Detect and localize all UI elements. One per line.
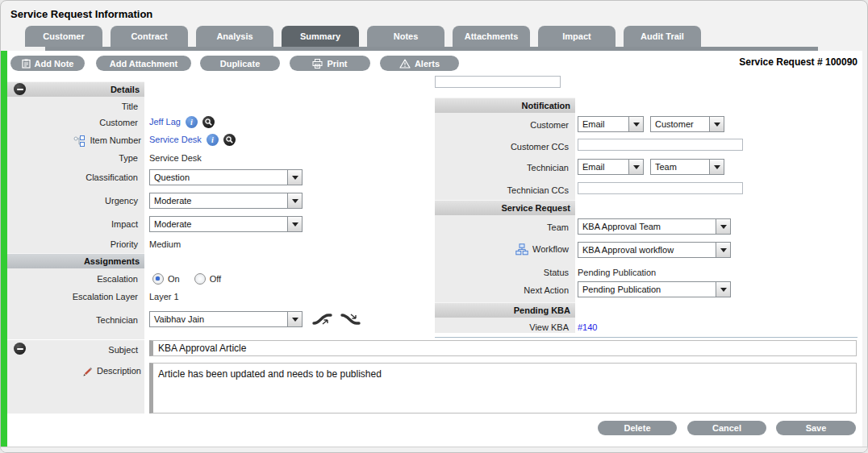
service-request-window: Service Request Information Customer Con… [0,0,868,453]
team-value: KBA Approval Team [578,219,716,234]
technician-method-value: Email [578,160,628,174]
accent-green-bar [1,51,7,447]
urgency-select[interactable]: Moderate [149,193,303,209]
customer-ccs-input[interactable] [578,139,743,151]
dropdown-arrow-icon [709,160,724,174]
alerts-button[interactable]: Alerts [380,56,459,71]
magnifier-glyph [204,118,213,127]
workflow-value: KBA Approval workflow [578,243,716,257]
technician-ccs-label: Technician CCs [435,185,572,197]
tab-label: Summary [300,31,340,41]
classification-label: Classification [7,172,141,184]
view-kba-link[interactable]: #140 [578,322,597,334]
item-number-link[interactable]: Service Desk [149,134,202,146]
view-kba-label: View KBA [435,322,572,334]
item-info-icon[interactable]: i [207,134,219,146]
description-label: Description [97,365,141,377]
customer-method-select[interactable]: Email [578,116,644,132]
workflow-select[interactable]: KBA Approval workflow [578,242,731,258]
alerts-label: Alerts [415,59,440,69]
tab-customer[interactable]: Customer [25,26,102,47]
priority-value: Medium [149,239,181,251]
magnifier-glyph [225,135,234,144]
tab-contract[interactable]: Contract [111,26,188,47]
workflow-label: Workflow [532,243,572,256]
delete-button[interactable]: Delete [598,421,677,435]
urgency-label: Urgency [7,195,141,207]
technician-recipient-select[interactable]: Team [650,159,724,175]
alert-triangle-icon [399,59,411,69]
note-icon [22,59,31,69]
title-label: Title [7,101,141,113]
save-button[interactable]: Save [776,421,856,435]
customer-search-icon[interactable] [202,116,215,128]
dropdown-arrow-icon [716,282,730,297]
next-action-label: Next Action [435,285,572,297]
description-textarea[interactable]: Article has been updated and needs to be… [149,363,857,414]
technician-recipient-value: Team [651,160,709,174]
notification-section-header: Notification [435,98,575,113]
dropdown-arrow-icon [709,117,724,131]
classification-select[interactable]: Question [149,169,303,185]
customer-info-icon[interactable]: i [186,116,198,128]
customer-recipient-value: Customer [651,117,709,131]
print-button[interactable]: Print [290,56,370,71]
workflow-icon [515,243,528,256]
details-collapse-icon[interactable] [14,83,26,95]
customer-recipient-select[interactable]: Customer [650,116,724,132]
subject-input[interactable] [149,340,857,356]
escalation-off-label: Off [210,274,221,284]
impact-value: Moderate [150,217,287,231]
unlabeled-text-input[interactable] [435,76,561,88]
dropdown-arrow-icon [287,312,302,326]
escalation-layer-value: Layer 1 [149,291,179,303]
duplicate-label: Duplicate [220,59,261,69]
item-search-icon[interactable] [223,134,236,146]
tab-analysis[interactable]: Analysis [196,26,273,47]
item-number-label: Item Number [90,135,141,147]
add-note-button[interactable]: Add Note [10,56,85,71]
deescalate-icon[interactable] [340,312,361,326]
next-action-select[interactable]: Pending Publication [578,281,731,297]
escalation-on-radio[interactable] [152,273,164,285]
tab-notes[interactable]: Notes [367,26,444,47]
technician-select[interactable]: Vaibhav Jain [149,311,303,327]
technician-ccs-input[interactable] [578,182,743,194]
escalation-off-radio[interactable] [194,273,206,285]
priority-label: Priority [7,239,141,251]
type-label: Type [7,152,141,164]
impact-label: Impact [7,218,141,231]
technician-label: Technician [7,314,141,326]
assignments-section-header: Assignments [7,253,144,268]
notification-customer-label: Customer [435,119,572,131]
pencil-icon[interactable] [82,366,94,377]
next-action-value: Pending Publication [578,282,716,297]
type-value: Service Desk [149,152,202,164]
section-divider [435,337,858,338]
dropdown-arrow-icon [716,243,730,257]
escalate-icon[interactable] [312,312,333,326]
window-bottom-strip [1,447,868,453]
tab-label: Audit Trail [641,31,684,41]
impact-select[interactable]: Moderate [149,216,303,232]
cancel-button[interactable]: Cancel [687,421,766,435]
tab-impact[interactable]: Impact [538,26,616,47]
customer-link[interactable]: Jeff Lag [149,116,181,128]
customer-method-value: Email [578,117,628,131]
print-icon [312,59,323,69]
dropdown-arrow-icon [716,219,730,234]
tab-label: Attachments [465,31,519,41]
add-attachment-button[interactable]: Add Attachment [96,56,191,71]
save-label: Save [806,423,827,433]
tab-summary[interactable]: Summary [282,26,359,47]
duplicate-button[interactable]: Duplicate [200,56,280,71]
tab-audit-trail[interactable]: Audit Trail [624,26,701,47]
escalation-label: Escalation [7,273,141,285]
tab-attachments[interactable]: Attachments [453,26,530,47]
technician-method-select[interactable]: Email [578,159,644,175]
subject-label: Subject [7,344,141,356]
tab-label: Impact [562,31,590,41]
add-note-label: Add Note [35,59,74,69]
tab-label: Analysis [216,31,252,41]
team-select[interactable]: KBA Approval Team [578,218,731,235]
